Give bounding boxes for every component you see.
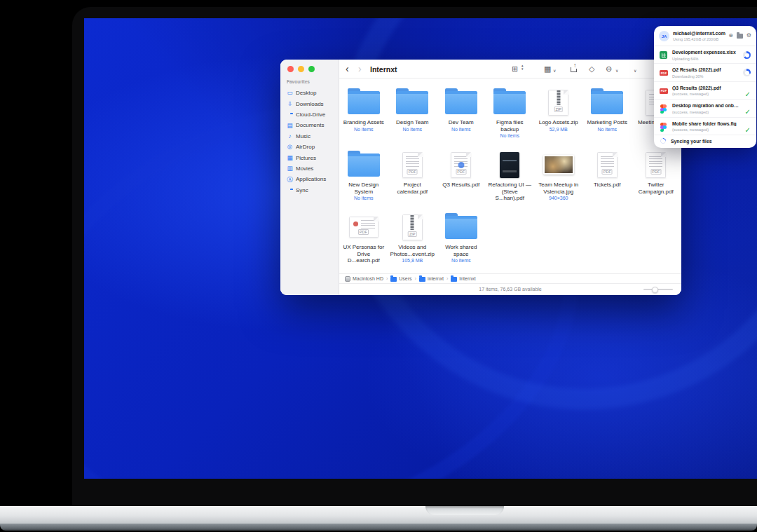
file-item-design-team[interactable]: Design TeamNo items xyxy=(388,86,437,148)
sidebar-item-music[interactable]: ♪Music xyxy=(285,131,337,142)
avatar: JA xyxy=(659,31,669,41)
file-item-team-meetup-jpg[interactable]: Team Meetup in Vslencia.jpg940×360 xyxy=(534,148,583,210)
file-item-twitter-campaign-pdf[interactable]: PDFTwitter Campaign.pdf xyxy=(632,148,681,210)
transfer-row-development-expenses[interactable]: Development expenses.xlsx Uploading 64% xyxy=(654,46,756,64)
file-item-logo-assets-zip[interactable]: ZIPLogo Assets.zip52,9 MB xyxy=(534,86,583,148)
share-icon[interactable]: ↑ xyxy=(571,67,577,72)
file-item-ux-personas-pdf[interactable]: PDFUX Personas for Drive D...earch.pdf xyxy=(339,210,388,273)
check-icon: ✓ xyxy=(745,108,751,116)
folder-icon xyxy=(591,91,623,114)
sidebar-item-sync[interactable]: Sync xyxy=(285,185,337,196)
breadcrumb-separator: › xyxy=(415,276,416,281)
file-subtitle: No items xyxy=(354,127,374,132)
breadcrumb-internxt[interactable]: Internxt xyxy=(451,275,475,282)
pictures-icon: ▦ xyxy=(287,155,293,161)
file-item-figma-files-backup[interactable]: Figma files backupNo items xyxy=(486,86,535,148)
breadcrumb-separator: › xyxy=(446,276,448,281)
forward-button[interactable]: › xyxy=(358,64,362,74)
file-item-dev-team[interactable]: Dev TeamNo items xyxy=(437,86,486,148)
icon-view-icon[interactable]: ⊞ xyxy=(512,64,518,73)
file-item-refactoring-ui-pdf[interactable]: Refactoring UI — (Steve S...han).pdf xyxy=(486,148,535,210)
pdf-file-icon: PDF xyxy=(402,152,423,178)
folder-icon xyxy=(445,91,477,114)
chevron-down-icon[interactable]: ∨ xyxy=(615,68,618,73)
globe-icon[interactable]: ⊕ xyxy=(728,32,733,39)
tag-icon[interactable]: ◇ xyxy=(589,64,594,73)
sidebar-item-documents[interactable]: ▤Documents xyxy=(285,120,337,130)
file-subtitle: No items xyxy=(354,196,374,200)
music-icon: ♪ xyxy=(287,133,293,139)
breadcrumb-internxt-user[interactable]: internxt xyxy=(419,275,444,282)
disk-icon xyxy=(345,276,350,282)
sidebar-item-label: Documents xyxy=(296,122,324,128)
sidebar-item-label: Desktop xyxy=(296,90,316,96)
file-name: Work shared space xyxy=(439,244,484,257)
sidebar-item-label: AirDrop xyxy=(296,144,315,150)
macbook-base xyxy=(0,506,757,524)
actions-icon[interactable]: ⊖ xyxy=(606,64,612,73)
sidebar-item-label: Cloud-Drive xyxy=(296,111,325,118)
downloads-icon: ⇩ xyxy=(287,101,293,107)
file-item-marketing-posts[interactable]: Marketing PostsNo items xyxy=(583,86,632,148)
file-item-q3-results-pdf[interactable]: PDFQ3 Results.pdf xyxy=(437,148,486,210)
file-item-project-calendar-pdf[interactable]: PDFProject calendar.pdf xyxy=(388,148,437,210)
file-subtitle: No items xyxy=(597,127,617,132)
sync-widget-header: JA michael@internxt.com Using 195,42GB o… xyxy=(654,26,756,46)
slider-knob[interactable] xyxy=(652,287,658,293)
sidebar-item-applications[interactable]: ⒶApplications xyxy=(285,174,337,184)
transfer-row-desktop-migration[interactable]: Desktop migration and onboardi... (succe… xyxy=(654,100,756,117)
file-subtitle: 940×360 xyxy=(549,196,568,200)
file-name: Marketing Posts xyxy=(587,119,627,126)
check-icon: ✓ xyxy=(745,126,751,134)
chevron-down-icon[interactable]: ∨ xyxy=(634,68,636,73)
transfer-file-name: Development expenses.xlsx xyxy=(672,50,741,55)
sidebar-item-cloud-drive[interactable]: Cloud-Drive xyxy=(285,109,337,120)
transfer-file-name: Q2 Results (2022).pdf xyxy=(672,67,741,72)
zoom-button[interactable] xyxy=(308,66,315,72)
transfer-row-q2-results[interactable]: Q2 Results (2022).pdf Downloading 30% xyxy=(654,64,756,81)
transfer-file-name: Desktop migration and onboardi... xyxy=(672,103,741,108)
transfer-row-mobile-share-flows[interactable]: Mobile share folder flows.fig (success, … xyxy=(654,118,756,135)
icon-size-slider[interactable] xyxy=(643,289,673,290)
group-by-icon[interactable]: ▦ xyxy=(544,64,551,73)
transfer-row-q3-results[interactable]: Q3 Results (2022).pdf (success, messaged… xyxy=(654,82,756,100)
breadcrumb-macintosh-hd[interactable]: Macintosh HD xyxy=(345,276,383,282)
file-name: Q3 Results.pdf xyxy=(442,182,479,189)
desktop: Favourites ▭Desktop ⇩Downloads Cloud-Dri… xyxy=(0,0,757,532)
file-item-work-shared-space[interactable]: Work shared spaceNo items xyxy=(437,210,486,273)
sidebar-item-label: Movies xyxy=(296,165,313,172)
sidebar-item-desktop[interactable]: ▭Desktop xyxy=(285,88,337,98)
storage-usage: Using 195,42GB of 200GB xyxy=(673,37,718,41)
sidebar-item-airdrop[interactable]: ◎AirDrop xyxy=(285,142,337,152)
finder-toolbar: ‹ › Internxt ⊞ ▴▾ ▦ ∨ ↑ ◇ ⊖ ∨ ∨ xyxy=(339,60,681,79)
sidebar-item-downloads[interactable]: ⇩Downloads xyxy=(285,98,337,109)
sidebar-item-movies[interactable]: ▥Movies xyxy=(285,163,337,174)
file-item-new-design-system[interactable]: New Design SystemNo items xyxy=(339,148,388,210)
close-button[interactable] xyxy=(287,66,294,72)
finder-sidebar: Favourites ▭Desktop ⇩Downloads Cloud-Dri… xyxy=(280,60,339,295)
macbook-lid-notch xyxy=(425,506,504,515)
xlsx-file-icon xyxy=(660,51,667,59)
transfer-status: Downloading 30% xyxy=(672,74,703,79)
sync-spinner-icon xyxy=(659,137,667,145)
check-icon: ✓ xyxy=(745,90,751,98)
photo-thumbnail-icon xyxy=(543,155,574,175)
pdf-file-icon xyxy=(660,88,668,94)
gear-icon[interactable]: ⚙ xyxy=(746,32,751,39)
sidebar-item-label: Sync xyxy=(296,187,308,193)
chevron-down-icon[interactable]: ∨ xyxy=(553,68,556,73)
sidebar-item-pictures[interactable]: ▦Pictures xyxy=(285,152,337,163)
folder-icon[interactable] xyxy=(737,34,743,39)
file-subtitle: No items xyxy=(402,127,422,132)
file-item-videos-photos-zip[interactable]: ZIPVideos and Photos...event.zip105,8 MB xyxy=(388,210,437,273)
folder-icon xyxy=(396,91,428,114)
view-sort-stepper[interactable]: ▴▾ xyxy=(521,64,524,71)
sidebar-item-label: Applications xyxy=(296,176,326,182)
transfer-file-name: Q3 Results (2022).pdf xyxy=(672,86,741,90)
back-button[interactable]: ‹ xyxy=(346,64,349,74)
breadcrumb-users[interactable]: Users xyxy=(390,275,411,282)
file-item-tickets-pdf[interactable]: PDFTickets.pdf xyxy=(583,148,632,210)
file-item-branding-assets[interactable]: Branding AssetsNo items xyxy=(339,86,388,148)
minimize-button[interactable] xyxy=(298,66,304,72)
transfer-status: (success, messaged) xyxy=(672,110,709,114)
